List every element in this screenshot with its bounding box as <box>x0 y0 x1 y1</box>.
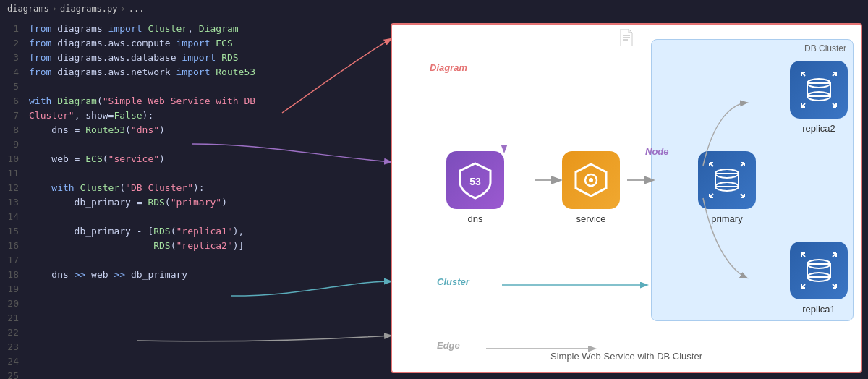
svg-rect-23 <box>807 83 830 96</box>
svg-rect-8 <box>715 174 739 187</box>
db-cluster-label: DB Cluster <box>804 43 846 54</box>
primary-node: primary <box>698 151 756 224</box>
primary-icon-box <box>698 151 756 209</box>
replica1-node: replica1 <box>790 242 848 315</box>
replica2-node: replica2 <box>790 61 848 134</box>
replica1-icon-box <box>790 242 848 299</box>
svg-rect-38 <box>807 264 830 277</box>
diagram-title: Simple Web Service with DB Cluster <box>550 351 702 362</box>
dns-icon-box: 53 <box>446 151 504 209</box>
line-numbers: 12345 678910 1112131415 1617181920 21222… <box>0 17 26 379</box>
breadcrumb-part[interactable]: diagrams.py <box>60 4 117 14</box>
replica2-label: replica2 <box>802 123 835 134</box>
service-node: service <box>562 151 620 224</box>
dns-label: dns <box>468 213 483 224</box>
cluster-label-annotation: Cluster <box>437 276 469 287</box>
edge-label-annotation: Edge <box>437 340 460 351</box>
breadcrumb: diagrams › diagrams.py › ... <box>0 0 868 17</box>
breadcrumb-part: ... <box>129 4 145 14</box>
file-icon <box>619 29 634 49</box>
diagram-label-annotation: Diagram <box>430 62 467 73</box>
service-label: service <box>576 213 605 224</box>
node-label-annotation: Node <box>645 146 669 157</box>
replica1-label: replica1 <box>802 304 835 315</box>
svg-point-6 <box>589 178 593 182</box>
svg-text:53: 53 <box>469 176 481 187</box>
code-text: from diagrams import Cluster, Diagram fr… <box>26 17 391 379</box>
primary-label: primary <box>711 213 742 224</box>
diagram-panel: DB Cluster 53 dns service <box>391 23 862 373</box>
breadcrumb-part: diagrams <box>7 4 49 14</box>
service-icon-box <box>562 151 620 209</box>
dns-node: 53 dns <box>446 151 504 224</box>
code-editor: 12345 678910 1112131415 1617181920 21222… <box>0 17 391 379</box>
replica2-icon-box <box>790 61 848 119</box>
